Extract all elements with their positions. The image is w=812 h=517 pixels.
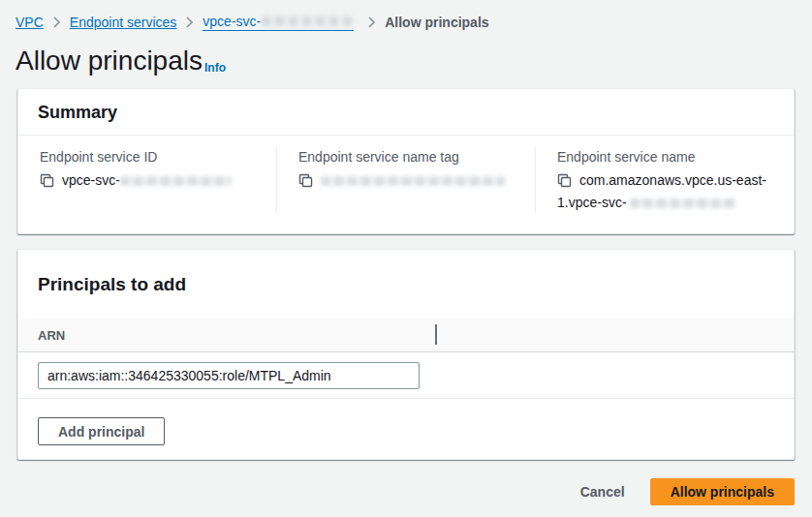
field-value bbox=[298, 170, 515, 193]
redacted-text bbox=[120, 176, 232, 186]
summary-body: Endpoint service ID vpce-svc- Endpoint s… bbox=[18, 136, 794, 233]
arn-column-header: ARN bbox=[38, 328, 65, 343]
field-value: vpce-svc- bbox=[40, 170, 257, 193]
redacted-text bbox=[630, 198, 736, 208]
page-title: Allow principals bbox=[16, 45, 203, 77]
chevron-right-icon bbox=[185, 16, 194, 28]
footer-actions: Cancel Allow principals bbox=[17, 478, 795, 505]
summary-field-endpoint-service-name-tag: Endpoint service name tag bbox=[277, 147, 536, 212]
field-label: Endpoint service ID bbox=[40, 147, 257, 167]
summary-title: Summary bbox=[38, 102, 774, 123]
field-label: Endpoint service name tag bbox=[298, 147, 515, 167]
page-title-row: Allow principals Info bbox=[0, 31, 812, 77]
summary-field-endpoint-service-id: Endpoint service ID vpce-svc- bbox=[18, 147, 277, 212]
breadcrumb-service-id-prefix: vpce-svc- bbox=[203, 13, 261, 30]
value-prefix: vpce-svc- bbox=[62, 172, 120, 188]
arn-input-row bbox=[18, 352, 794, 399]
breadcrumb-link-endpoint-services[interactable]: Endpoint services bbox=[70, 14, 177, 31]
info-link[interactable]: Info bbox=[204, 61, 226, 75]
add-principal-row: Add principal bbox=[18, 399, 794, 459]
arn-input[interactable] bbox=[38, 362, 420, 389]
summary-field-endpoint-service-name: Endpoint service name com.amazonaws.vpce… bbox=[536, 147, 794, 212]
breadcrumb: VPC Endpoint services vpce-svc- Allow pr… bbox=[0, 0, 812, 31]
principals-card: Principals to add ARN Add principal bbox=[17, 249, 795, 460]
redacted-text bbox=[321, 176, 505, 186]
breadcrumb-current-page: Allow principals bbox=[385, 14, 488, 31]
copy-icon[interactable] bbox=[298, 173, 313, 193]
copy-icon[interactable] bbox=[40, 173, 54, 193]
redacted-text bbox=[262, 16, 354, 26]
add-principal-button[interactable]: Add principal bbox=[38, 417, 165, 445]
column-resize-handle[interactable] bbox=[435, 324, 437, 345]
field-value: com.amazonaws.vpce.us-east-1.vpce-svc- bbox=[557, 170, 774, 212]
breadcrumb-link-endpoint-service-id[interactable]: vpce-svc- bbox=[203, 13, 354, 31]
cancel-button[interactable]: Cancel bbox=[580, 478, 625, 505]
principals-card-header: Principals to add bbox=[18, 250, 794, 319]
chevron-right-icon bbox=[52, 16, 61, 28]
field-label: Endpoint service name bbox=[557, 147, 774, 167]
principals-title: Principals to add bbox=[38, 273, 774, 295]
summary-card-header: Summary bbox=[18, 89, 794, 136]
copy-icon[interactable] bbox=[557, 173, 572, 193]
breadcrumb-link-vpc[interactable]: VPC bbox=[16, 14, 44, 31]
summary-card: Summary Endpoint service ID vpce-svc- En… bbox=[17, 88, 795, 234]
chevron-right-icon bbox=[367, 16, 376, 28]
principals-table-header: ARN bbox=[18, 319, 794, 352]
allow-principals-button[interactable]: Allow principals bbox=[650, 478, 795, 505]
